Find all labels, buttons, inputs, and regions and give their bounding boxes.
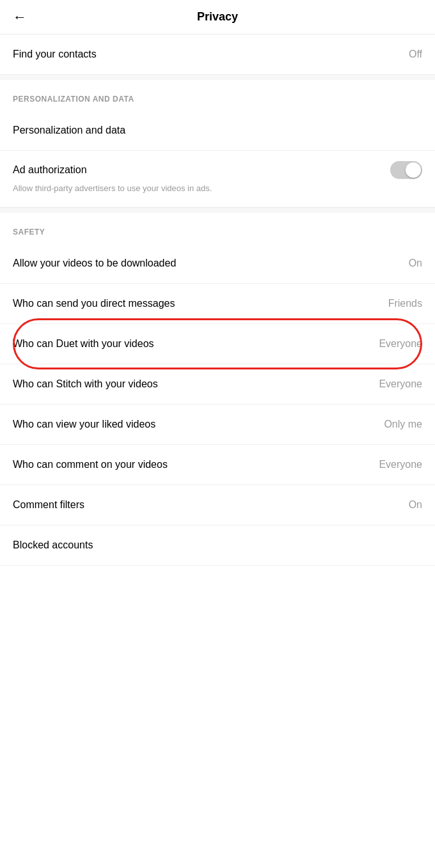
toggle-knob [406, 162, 421, 178]
personalization-data-label: Personalization and data [13, 125, 125, 136]
allow-downloads-label: Allow your videos to be downloaded [13, 258, 176, 269]
back-icon: ← [13, 9, 27, 26]
personalization-section-header: PERSONALIZATION AND DATA [0, 80, 435, 111]
comment-value: Everyone [379, 459, 422, 470]
direct-messages-value: Friends [388, 298, 422, 309]
blocked-accounts-label: Blocked accounts [13, 539, 93, 551]
gap-divider-2 [0, 208, 435, 213]
content: Find your contacts Off PERSONALIZATION A… [0, 35, 435, 566]
stitch-row[interactable]: Who can Stitch with your videos Everyone [0, 364, 435, 405]
stitch-value: Everyone [379, 378, 422, 390]
ad-auth-description: Allow third-party advertisers to use you… [13, 183, 422, 194]
header: ← Privacy [0, 0, 435, 35]
ad-authorization-row[interactable]: Ad authorization Allow third-party adver… [0, 151, 435, 208]
allow-downloads-value: On [409, 258, 422, 269]
find-contacts-row[interactable]: Find your contacts Off [0, 35, 435, 75]
liked-videos-row[interactable]: Who can view your liked videos Only me [0, 405, 435, 445]
back-button[interactable]: ← [13, 9, 27, 26]
page-title: Privacy [197, 10, 238, 24]
comment-label: Who can comment on your videos [13, 459, 168, 470]
blocked-accounts-row[interactable]: Blocked accounts [0, 525, 435, 566]
ad-auth-toggle[interactable] [390, 161, 422, 179]
stitch-label: Who can Stitch with your videos [13, 378, 158, 390]
find-contacts-label: Find your contacts [13, 49, 97, 60]
personalization-section-title: PERSONALIZATION AND DATA [13, 95, 134, 104]
personalization-data-row[interactable]: Personalization and data [0, 111, 435, 151]
allow-downloads-row[interactable]: Allow your videos to be downloaded On [0, 244, 435, 284]
direct-messages-row[interactable]: Who can send you direct messages Friends [0, 284, 435, 324]
ad-auth-label: Ad authorization [13, 164, 87, 176]
comment-filters-value: On [409, 499, 422, 511]
duet-value: Everyone [379, 338, 422, 350]
gap-divider-1 [0, 75, 435, 80]
liked-videos-label: Who can view your liked videos [13, 419, 155, 430]
direct-messages-label: Who can send you direct messages [13, 298, 175, 309]
liked-videos-value: Only me [384, 419, 422, 430]
safety-section-header: SAFETY [0, 213, 435, 244]
duet-row[interactable]: Who can Duet with your videos Everyone [0, 324, 435, 364]
duet-label: Who can Duet with your videos [13, 338, 154, 350]
comment-filters-label: Comment filters [13, 499, 84, 511]
comment-filters-row[interactable]: Comment filters On [0, 485, 435, 525]
safety-section-title: SAFETY [13, 228, 45, 236]
comment-row[interactable]: Who can comment on your videos Everyone [0, 445, 435, 485]
find-contacts-value: Off [409, 49, 422, 60]
ad-auth-top: Ad authorization [13, 161, 422, 179]
